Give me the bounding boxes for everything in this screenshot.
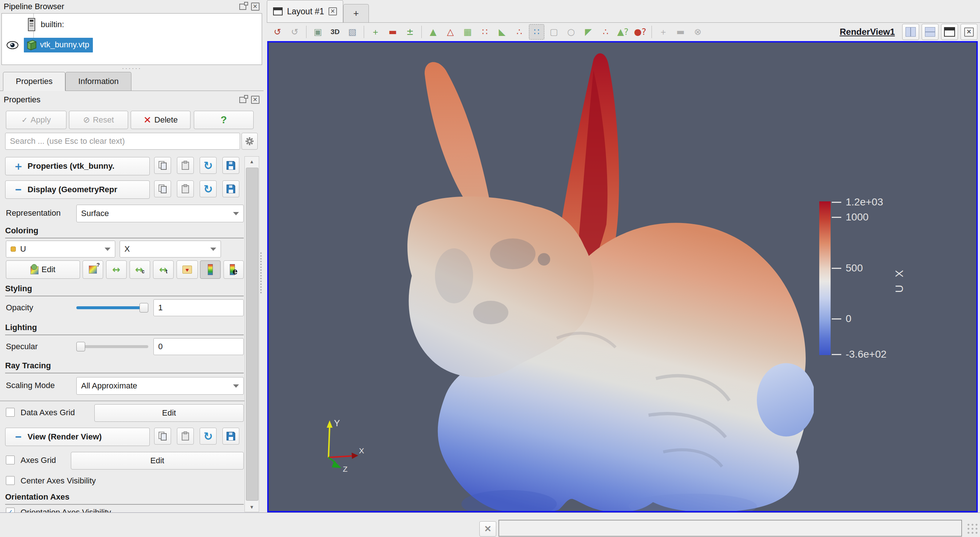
interactive-select-points2-icon[interactable]: ∴ <box>598 24 613 40</box>
rescale-data-range-button[interactable]: ? <box>83 261 103 279</box>
close-icon[interactable]: ✕ <box>250 95 260 104</box>
interactive-select-cells-icon[interactable]: ◤ <box>581 24 596 40</box>
paste-properties-button[interactable] <box>177 157 194 174</box>
source-properties-section-button[interactable]: ＋ Properties (vtk_bunny. <box>5 157 150 175</box>
scrollbar-handle[interactable] <box>246 168 258 501</box>
tab-layout1[interactable]: Layout #1 ✕ <box>267 0 343 22</box>
pipeline-item-selected[interactable]: vtk_bunny.vtp <box>24 38 93 52</box>
reset-to-defaults-button[interactable]: ↻ <box>200 157 216 174</box>
color-component-combo[interactable]: X <box>120 241 221 257</box>
render-view-name[interactable]: RenderView1 <box>840 27 895 37</box>
paste-display-button[interactable] <box>177 181 194 197</box>
scaling-mode-combo[interactable]: All Approximate <box>76 377 244 395</box>
select-cells-through-icon[interactable]: ▦ <box>460 24 475 40</box>
tab-properties[interactable]: Properties <box>3 72 65 91</box>
shrink-selection-icon[interactable]: ▬ <box>673 24 688 40</box>
copy-display-button[interactable] <box>154 181 171 197</box>
bunny-mesh[interactable] <box>399 48 814 511</box>
select-block-icon[interactable]: ▢ <box>546 24 562 40</box>
new-layout-tab[interactable]: + <box>343 4 369 22</box>
reset-button[interactable]: ⊘ Reset <box>69 111 128 129</box>
add-selection-icon[interactable]: ＋ <box>368 24 383 40</box>
rescale-custom-range-button[interactable]: ↔ <box>106 261 127 279</box>
split-horizontal-button[interactable] <box>902 24 919 40</box>
select-cells-polygon-icon[interactable]: ◣ <box>495 24 510 40</box>
undock-icon[interactable] <box>238 2 247 11</box>
pipeline-item-builtin[interactable]: builtin: <box>27 18 64 31</box>
close-icon[interactable]: ✕ <box>250 2 260 11</box>
help-button[interactable]: ? <box>194 111 254 129</box>
opacity-slider[interactable] <box>76 299 153 316</box>
properties-scrollbar[interactable]: ▲ ▼ <box>245 156 259 512</box>
pipeline-item-bunny[interactable]: vtk_bunny.vtp <box>6 38 93 52</box>
axes-grid-checkbox[interactable] <box>6 456 15 464</box>
color-legend-bar[interactable] <box>819 202 830 355</box>
delete-button[interactable]: ✕ Delete <box>130 111 191 129</box>
data-axes-grid-edit-button[interactable]: Edit <box>94 404 244 422</box>
undock-icon[interactable] <box>238 95 247 104</box>
reset-camera-icon[interactable]: ↺ <box>270 24 285 40</box>
toggle-selection-icon[interactable]: ± <box>402 24 418 40</box>
display-properties-section-button[interactable]: − Display (GeometryRepr <box>5 181 150 199</box>
rescale-custom-button[interactable]: ↔ c <box>130 261 150 279</box>
orientation-axes-visibility-checkbox[interactable]: ✓ <box>6 508 15 512</box>
show-color-legend-toggle[interactable] <box>200 261 221 279</box>
save-view-defaults-button[interactable] <box>223 428 239 445</box>
view-section-button[interactable]: − View (Render View) <box>5 428 150 446</box>
reset-view-defaults-button[interactable]: ↻ <box>200 428 216 445</box>
interactive-select-points-icon[interactable]: ∷ <box>529 24 544 40</box>
edit-color-legend-button[interactable]: e <box>224 261 244 279</box>
clear-selection-icon[interactable]: ⊗ <box>690 24 705 40</box>
vertical-splitter[interactable] <box>264 0 267 513</box>
specular-value-input[interactable]: 0 <box>153 338 244 355</box>
copy-properties-button[interactable] <box>154 157 171 174</box>
close-tab-icon[interactable]: ✕ <box>328 7 337 16</box>
specular-slider[interactable] <box>76 338 153 355</box>
representation-combo[interactable]: Surface <box>76 205 244 222</box>
select-cells-on-icon[interactable]: ▲ <box>425 24 441 40</box>
favorites-preset-button[interactable]: ♥ <box>177 261 198 279</box>
reset-camera-closest-icon[interactable]: ↺ <box>287 24 302 40</box>
select-points-polygon-icon[interactable]: ∴ <box>512 24 527 40</box>
coloring-header: Coloring <box>5 226 244 238</box>
copy-view-button[interactable] <box>154 428 171 445</box>
scroll-up-icon[interactable]: ▲ <box>245 157 259 166</box>
paste-view-button[interactable] <box>177 428 194 445</box>
subtract-selection-icon[interactable]: ▬ <box>385 24 401 40</box>
search-input[interactable]: Search ... (use Esc to clear text) <box>5 133 240 150</box>
axes-grid-edit-button[interactable]: Edit <box>71 452 244 470</box>
color-array-combo[interactable]: U <box>6 241 115 257</box>
query-points-icon[interactable]: ●? <box>632 24 648 40</box>
render-view[interactable]: 1.2e+03 1000 500 0 -3.6e+02 U X <box>267 41 978 512</box>
close-view-button[interactable]: ✕ <box>961 24 977 40</box>
render-viewport[interactable]: 1.2e+03 1000 500 0 -3.6e+02 U X <box>269 43 976 511</box>
save-display-defaults-button[interactable] <box>223 181 239 197</box>
split-vertical-button[interactable] <box>922 24 939 40</box>
rescale-temporal-button[interactable]: ↔ t <box>153 261 173 279</box>
query-cells-icon[interactable]: ▲? <box>615 24 631 40</box>
select-points-through-icon[interactable]: ∷ <box>477 24 493 40</box>
abort-button[interactable]: ✕ <box>479 521 496 537</box>
grow-selection-icon[interactable]: ＋ <box>655 24 671 40</box>
panel-resize-handle[interactable] <box>260 253 262 294</box>
apply-button[interactable]: ✓ Apply <box>6 111 67 129</box>
maximize-view-button[interactable] <box>941 24 958 40</box>
legend-tick: 0 <box>832 313 851 325</box>
opacity-value-input[interactable]: 1 <box>153 299 244 316</box>
horizontal-splitter[interactable]: ······ <box>0 65 264 71</box>
visibility-eye-icon[interactable] <box>6 41 19 49</box>
reset-display-defaults-button[interactable]: ↻ <box>200 181 216 197</box>
search-options-button[interactable] <box>242 133 258 150</box>
resize-grip-icon[interactable] <box>966 524 978 535</box>
select-points-on-icon[interactable]: △ <box>443 24 458 40</box>
save-defaults-button[interactable] <box>223 157 239 174</box>
tab-information[interactable]: Information <box>65 72 131 91</box>
edit-colormap-button[interactable]: Edit <box>6 261 80 279</box>
scroll-down-icon[interactable]: ▼ <box>245 502 259 512</box>
center-axes-checkbox[interactable] <box>6 476 15 485</box>
toggle-2d3d-button[interactable]: 3D <box>328 24 343 40</box>
hover-points-icon[interactable]: ○ <box>563 24 579 40</box>
zoom-to-data-icon[interactable]: ▣ <box>310 24 326 40</box>
data-axes-grid-checkbox[interactable] <box>6 408 15 417</box>
zoom-to-box-icon[interactable]: ▧ <box>345 24 360 40</box>
